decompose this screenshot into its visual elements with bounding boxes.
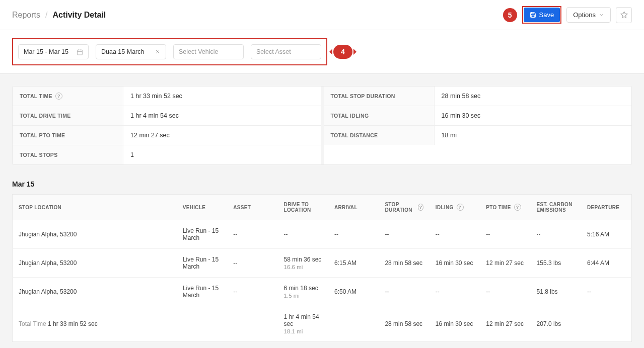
table-row[interactable]: Jhugian Alpha, 53200Live Run - 15 March-… — [13, 278, 632, 306]
cell-stop-location: Jhugian Alpha, 53200 — [13, 249, 177, 278]
cell-arrival: 6:50 AM — [328, 278, 379, 306]
filters-highlight-box: Mar 15 - Mar 15 Duaa 15 March Select Veh… — [12, 38, 327, 65]
callout-4: 4 — [333, 45, 352, 59]
callout-4-wrap: 4 — [333, 45, 352, 59]
cell-vehicle: Live Run - 15 March — [177, 220, 227, 249]
save-button-label: Save — [539, 11, 554, 19]
help-icon[interactable]: ? — [514, 204, 521, 211]
table-col-header[interactable]: ARRIVAL — [328, 195, 379, 220]
summary-value: 1 — [123, 145, 321, 164]
cell-stop-location: Jhugian Alpha, 53200 — [13, 220, 177, 249]
cell-pto-time: -- — [480, 278, 530, 306]
asset-select[interactable]: Select Asset — [251, 44, 321, 59]
summary-value: 16 min 30 sec — [435, 106, 632, 125]
cell-pto-time: 12 min 27 sec — [480, 306, 530, 342]
driver-select[interactable]: Duaa 15 March — [96, 44, 166, 59]
cell-drive-to: 6 min 18 sec1.5 mi — [278, 278, 328, 306]
driver-value: Duaa 15 March — [101, 48, 144, 55]
vehicle-select[interactable]: Select Vehicle — [173, 44, 244, 59]
summary-row: TOTAL DISTANCE18 mi — [324, 126, 632, 145]
save-button[interactable]: Save — [524, 8, 560, 22]
table-row[interactable]: Jhugian Alpha, 53200Live Run - 15 March-… — [13, 249, 632, 278]
summary-label: TOTAL TIME ? — [13, 86, 123, 106]
section-title: Mar 15 — [12, 180, 632, 188]
chevron-down-icon — [599, 12, 604, 18]
table-col-header[interactable]: STOP LOCATION — [13, 195, 177, 220]
cell-emissions: 51.8 lbs — [531, 278, 581, 306]
save-icon — [530, 12, 536, 18]
svg-marker-0 — [621, 12, 627, 18]
cell-arrival: 6:15 AM — [328, 249, 379, 278]
summary-label: TOTAL DRIVE TIME — [13, 106, 123, 125]
breadcrumb-separator: / — [45, 11, 47, 20]
summary-row: TOTAL DRIVE TIME1 hr 4 min 54 sec — [13, 106, 321, 126]
table-col-header[interactable]: IDLING? — [430, 195, 480, 220]
favorite-button[interactable] — [616, 7, 632, 23]
table-col-header[interactable]: ASSET — [227, 195, 277, 220]
svg-rect-1 — [78, 50, 83, 55]
summary-value: 28 min 58 sec — [435, 86, 632, 106]
summary-row: TOTAL STOPS1 — [13, 145, 321, 164]
cell-emissions: -- — [531, 220, 581, 249]
breadcrumb-parent[interactable]: Reports — [12, 11, 40, 20]
cell-stop-location: Jhugian Alpha, 53200 — [13, 278, 177, 306]
table-row[interactable]: Jhugian Alpha, 53200Live Run - 15 March-… — [13, 220, 632, 249]
cell-emissions: 207.0 lbs — [531, 306, 581, 342]
cell-pto-time: 12 min 27 sec — [480, 249, 530, 278]
summary-value: 12 min 27 sec — [123, 126, 321, 145]
breadcrumb: Reports / Activity Detail — [12, 11, 106, 20]
summary-value: 1 hr 4 min 54 sec — [123, 106, 321, 125]
cell-vehicle: Live Run - 15 March — [177, 278, 227, 306]
summary-row: TOTAL TIME ?1 hr 33 min 52 sec — [13, 86, 321, 106]
table-col-header[interactable]: EST. CARBON EMISSIONS — [531, 195, 581, 220]
star-icon — [620, 11, 628, 19]
summary-value: 18 mi — [435, 126, 632, 145]
cell-idling: 16 min 30 sec — [430, 306, 480, 342]
table-body: Jhugian Alpha, 53200Live Run - 15 March-… — [13, 220, 632, 342]
cell-arrival: -- — [328, 220, 379, 249]
header-actions: 5 Save Options — [503, 6, 632, 24]
cell-drive-to: -- — [278, 220, 328, 249]
cell-asset: -- — [227, 249, 277, 278]
cell-stop-duration: 28 min 58 sec — [379, 249, 429, 278]
help-icon[interactable]: ? — [418, 204, 423, 211]
summary-grid: TOTAL TIME ?1 hr 33 min 52 secTOTAL DRIV… — [12, 86, 632, 165]
summary-label: TOTAL PTO TIME — [13, 126, 123, 145]
cell-pto-time: -- — [480, 220, 530, 249]
cell-asset: -- — [227, 220, 277, 249]
table-col-header[interactable]: DEPARTURE — [581, 195, 632, 220]
table-col-header[interactable]: STOP DURATION? — [379, 195, 429, 220]
summary-label: TOTAL STOP DURATION — [324, 86, 435, 106]
help-icon[interactable]: ? — [457, 204, 464, 211]
summary-row: TOTAL IDLING16 min 30 sec — [324, 106, 632, 126]
cell-stop-duration: 28 min 58 sec — [379, 306, 429, 342]
date-range-value: Mar 15 - Mar 15 — [24, 48, 68, 55]
summary-col-right: TOTAL STOP DURATION28 min 58 secTOTAL ID… — [324, 86, 632, 164]
table-header: STOP LOCATIONVEHICLEASSETDRIVE TO LOCATI… — [13, 195, 632, 220]
cell-stop-duration: -- — [379, 220, 429, 249]
date-range-picker[interactable]: Mar 15 - Mar 15 — [18, 44, 89, 59]
cell-drive-to: 1 hr 4 min 54 sec18.1 mi — [278, 306, 328, 342]
table-footer-row: Total Time 1 hr 33 min 52 sec1 hr 4 min … — [13, 306, 632, 342]
summary-value: 1 hr 33 min 52 sec — [123, 86, 321, 106]
options-button[interactable]: Options — [566, 7, 611, 23]
cell-departure: 6:44 AM — [581, 249, 632, 278]
cell-asset: -- — [227, 278, 277, 306]
cell-drive-to: 58 min 36 sec16.6 mi — [278, 249, 328, 278]
calendar-icon — [77, 49, 83, 55]
cell-emissions: 155.3 lbs — [531, 249, 581, 278]
summary-row: TOTAL PTO TIME12 min 27 sec — [13, 126, 321, 145]
summary-col-left: TOTAL TIME ?1 hr 33 min 52 secTOTAL DRIV… — [13, 86, 324, 164]
table-col-header[interactable]: DRIVE TO LOCATION — [278, 195, 328, 220]
table-col-header[interactable]: VEHICLE — [177, 195, 227, 220]
vehicle-placeholder: Select Vehicle — [179, 48, 219, 55]
breadcrumb-current: Activity Detail — [52, 11, 106, 20]
table-col-header[interactable]: PTO TIME? — [480, 195, 530, 220]
cell-total-time: Total Time 1 hr 33 min 52 sec — [13, 306, 177, 342]
cell-idling: -- — [430, 278, 480, 306]
cell-idling: 16 min 30 sec — [430, 249, 480, 278]
clear-icon[interactable] — [155, 49, 161, 55]
content-area: TOTAL TIME ?1 hr 33 min 52 secTOTAL DRIV… — [0, 74, 644, 348]
help-icon[interactable]: ? — [55, 93, 62, 100]
cell-departure: -- — [581, 278, 632, 306]
